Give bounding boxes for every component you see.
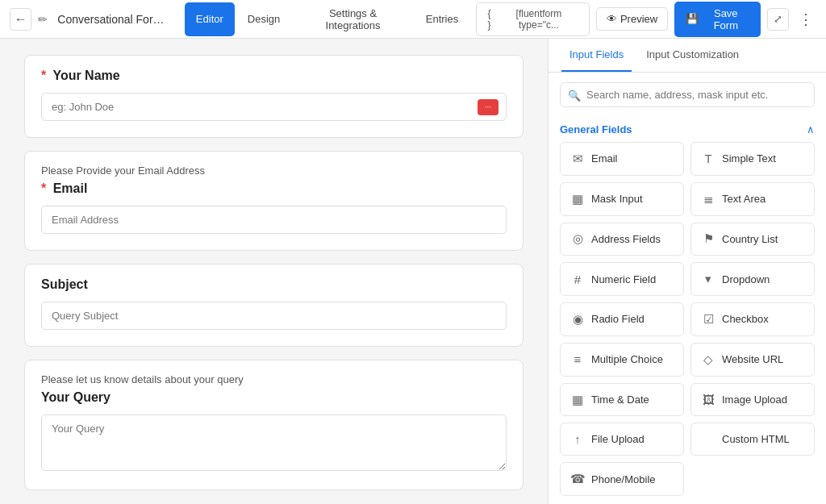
save-button[interactable]: 💾 Save Form — [674, 2, 761, 37]
edit-dots-icon[interactable]: ··· — [478, 99, 499, 115]
field-item-numeric-field[interactable]: #Numeric Field — [560, 262, 684, 296]
field-item-image-upload[interactable]: 🖼Image Upload — [690, 383, 815, 417]
field-label-phone-mobile: Phone/Mobile — [591, 473, 656, 485]
email-sublabel: Please Provide your Email Address — [41, 165, 507, 177]
field-icon-text-area: ≣ — [701, 192, 715, 206]
main-layout: * Your Name ··· Please Provide your Emai… — [0, 39, 826, 504]
field-item-email[interactable]: ✉Email — [560, 142, 684, 176]
section-title: General Fields — [560, 123, 632, 135]
tab-editor[interactable]: Editor — [185, 2, 235, 36]
field-label-radio-field: Radio Field — [591, 313, 645, 325]
field-item-checkbox[interactable]: ☑Checkbox — [690, 302, 815, 336]
shortcode-button[interactable]: { } [fluentform type="c... — [476, 2, 590, 36]
pen-icon: ✏ — [38, 13, 48, 26]
field-card-name: * Your Name ··· — [24, 55, 524, 138]
tab-design[interactable]: Design — [236, 2, 291, 36]
field-label-file-upload: File Upload — [591, 433, 645, 445]
field-label-email: Email — [591, 152, 618, 165]
field-icon-phone-mobile: ☎ — [570, 472, 585, 486]
tab-input-fields[interactable]: Input Fields — [561, 39, 632, 72]
name-input[interactable] — [41, 93, 507, 121]
topbar: ← ✏ Conversational Form... Editor Design… — [0, 0, 826, 39]
name-input-wrapper: ··· — [41, 93, 507, 121]
field-label-multiple-choice: Multiple Choice — [591, 353, 663, 365]
field-icon-radio-field: ◉ — [570, 312, 585, 327]
nav-tabs: Editor Design Settings & Integrations En… — [185, 2, 469, 36]
field-label-image-upload: Image Upload — [722, 394, 787, 406]
right-panel: Input Fields Input Customization 🔍 Gener… — [548, 39, 826, 504]
field-icon-file-upload: ↑ — [570, 432, 585, 446]
field-icon-image-upload: 🖼 — [701, 393, 715, 406]
field-item-custom-html[interactable]: Custom HTML — [690, 423, 815, 456]
chevron-up-icon[interactable]: ∧ — [807, 123, 815, 135]
more-options-button[interactable]: ⋮ — [795, 9, 816, 30]
field-item-dropdown[interactable]: ▾Dropdown — [690, 262, 815, 296]
field-item-file-upload[interactable]: ↑File Upload — [560, 423, 684, 456]
query-textarea[interactable] — [41, 414, 507, 471]
search-input[interactable] — [560, 82, 815, 107]
field-icon-dropdown: ▾ — [701, 272, 715, 286]
field-card-email: Please Provide your Email Address * Emai… — [24, 151, 524, 251]
field-card-subject: Subject — [24, 264, 524, 347]
form-title: Conversational Form... — [57, 13, 169, 26]
back-button[interactable]: ← — [10, 8, 31, 31]
field-label-text-area: Text Area — [722, 193, 766, 205]
shortcode-label: [fluentform type="c... — [497, 8, 581, 31]
subject-input[interactable] — [41, 302, 507, 330]
field-label-website-url: Website URL — [722, 353, 783, 365]
field-icon-website-url: ◇ — [701, 352, 715, 367]
field-label-custom-html: Custom HTML — [722, 433, 790, 445]
field-item-text-area[interactable]: ≣Text Area — [690, 182, 815, 216]
field-title-subject: Subject — [41, 277, 507, 292]
field-item-phone-mobile[interactable]: ☎Phone/Mobile — [560, 462, 684, 496]
required-star-email: * — [41, 181, 46, 195]
field-item-country-list[interactable]: ⚑Country List — [690, 223, 815, 256]
field-label-time-date: Time & Date — [591, 394, 649, 406]
field-icon-time-date: ▦ — [570, 393, 585, 407]
email-input[interactable] — [41, 206, 507, 234]
panel-tabs: Input Fields Input Customization — [549, 39, 826, 73]
field-label-checkbox: Checkbox — [722, 313, 769, 325]
preview-button[interactable]: 👁 Preview — [596, 7, 668, 31]
tab-entries[interactable]: Entries — [415, 2, 469, 36]
field-item-mask-input[interactable]: ▦Mask Input — [560, 182, 684, 216]
field-item-simple-text[interactable]: TSimple Text — [690, 142, 815, 176]
field-icon-address-fields: ◎ — [570, 231, 585, 246]
field-icon-mask-input: ▦ — [570, 192, 585, 206]
field-label-simple-text: Simple Text — [722, 152, 776, 165]
field-title-query: Your Query — [41, 390, 507, 405]
search-box: 🔍 — [560, 82, 815, 107]
field-item-website-url[interactable]: ◇Website URL — [690, 343, 815, 377]
field-label-dropdown: Dropdown — [722, 273, 770, 285]
search-icon: 🔍 — [568, 89, 581, 101]
tab-input-customization[interactable]: Input Customization — [638, 39, 747, 72]
field-icon-country-list: ⚑ — [701, 231, 715, 246]
save-icon: 💾 — [686, 13, 699, 25]
shortcode-icon: { } — [485, 8, 494, 31]
field-item-radio-field[interactable]: ◉Radio Field — [560, 302, 684, 336]
required-star: * — [41, 69, 46, 82]
field-label-numeric-field: Numeric Field — [591, 273, 656, 285]
tab-settings[interactable]: Settings & Integrations — [293, 2, 412, 36]
field-item-time-date[interactable]: ▦Time & Date — [560, 383, 684, 417]
field-title-email: * Email — [41, 181, 507, 196]
field-item-address-fields[interactable]: ◎Address Fields — [560, 223, 684, 256]
field-label-mask-input: Mask Input — [591, 193, 643, 205]
section-header: General Fields ∧ — [549, 117, 826, 142]
fields-grid: ✉EmailTSimple Text▦Mask Input≣Text Area◎… — [549, 142, 826, 504]
field-icon-numeric-field: # — [570, 273, 585, 286]
field-title-name: * Your Name — [41, 69, 507, 83]
field-card-query: Please let us know details about your qu… — [24, 360, 524, 490]
field-icon-multiple-choice: ≡ — [570, 352, 585, 366]
eye-icon: 👁 — [607, 13, 617, 25]
query-sublabel: Please let us know details about your qu… — [41, 373, 507, 385]
expand-button[interactable]: ⤢ — [767, 8, 789, 31]
form-editor: * Your Name ··· Please Provide your Emai… — [0, 39, 548, 504]
field-label-country-list: Country List — [722, 233, 778, 245]
field-icon-simple-text: T — [701, 152, 715, 165]
field-item-multiple-choice[interactable]: ≡Multiple Choice — [560, 343, 684, 377]
field-label-address-fields: Address Fields — [591, 233, 661, 245]
field-icon-email: ✉ — [570, 152, 585, 166]
topbar-right: { } [fluentform type="c... 👁 Preview 💾 S… — [476, 2, 816, 37]
field-icon-checkbox: ☑ — [701, 312, 715, 327]
